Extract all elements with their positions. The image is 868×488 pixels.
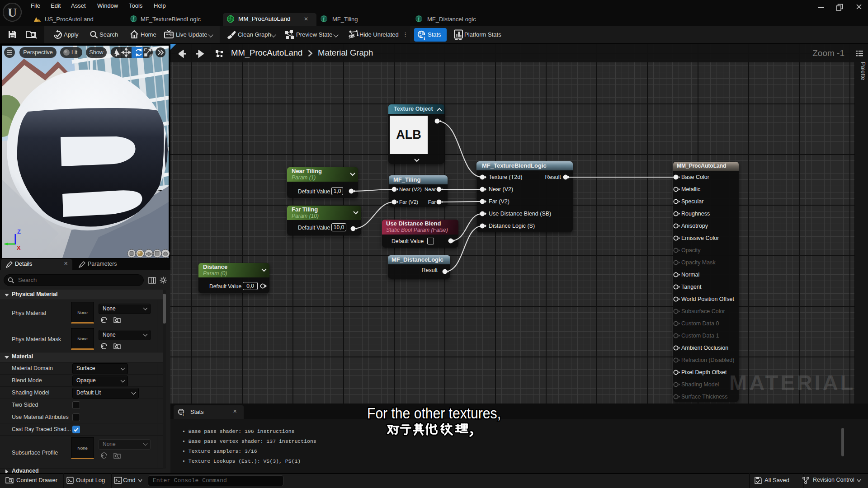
svg-text:i: i <box>424 35 425 40</box>
svg-text:For the other textures,: For the other textures, <box>367 404 501 422</box>
svg-text:Z: Z <box>17 228 21 235</box>
svg-text:Show: Show <box>89 49 104 56</box>
svg-text:X: X <box>17 244 21 251</box>
svg-text:Lit: Lit <box>71 49 78 56</box>
svg-text:Perspective: Perspective <box>23 49 52 56</box>
svg-text:U: U <box>8 5 17 19</box>
